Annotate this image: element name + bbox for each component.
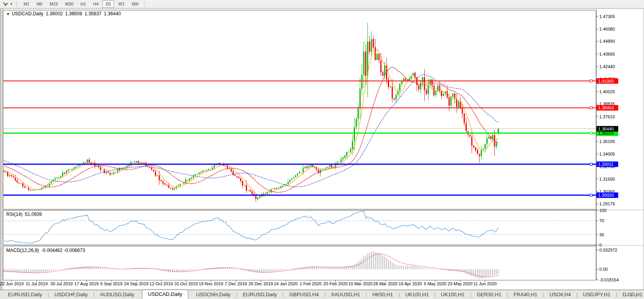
- chart-tab-EURUSD-Daily[interactable]: EURUSD,Daily: [237, 290, 282, 299]
- timeframe-button-H1[interactable]: H1: [77, 0, 89, 8]
- chart-tab-USDJPY-H1[interactable]: USDJPY,H1: [578, 290, 616, 299]
- chart-arrows-glyph: [2, 1, 8, 7]
- chart-tab-AUDUSD-Daily[interactable]: AUDUSD,Daily: [95, 290, 140, 299]
- candle-down: [144, 163, 145, 164]
- candle-down: [473, 146, 474, 148]
- price-axis-label: 1.35195: [599, 139, 615, 144]
- chart-tab-USOil-H4[interactable]: USOil,H4: [544, 290, 576, 299]
- timeframe-button-M5[interactable]: M5: [33, 0, 45, 8]
- ohlc-high: 1.36508: [65, 11, 82, 16]
- candle-up: [9, 175, 10, 176]
- chart-tab-FRA40-H1[interactable]: FRA40,H1: [508, 290, 543, 299]
- chart-arrows-icon[interactable]: [2, 1, 9, 7]
- candle-down: [433, 85, 435, 95]
- candle-down: [251, 192, 253, 194]
- candle-down: [18, 183, 20, 183]
- tab-scroll-left-icon[interactable]: ◄: [629, 294, 635, 297]
- candle-down: [64, 173, 65, 174]
- chart-tab-USDCAD-Daily[interactable]: USDCAD,Daily: [142, 290, 188, 299]
- candle-down: [104, 170, 105, 173]
- candle-down: [155, 172, 156, 176]
- candle-down: [107, 172, 109, 173]
- candle-up: [267, 192, 268, 194]
- hline-price-chip-label: 1.36015: [598, 131, 614, 136]
- candle-up: [272, 188, 273, 189]
- candle-up: [126, 166, 127, 167]
- candle-up: [361, 75, 362, 89]
- candle-down: [151, 168, 152, 170]
- candle-down: [246, 185, 247, 190]
- timeframe-button-D1[interactable]: D1: [102, 0, 114, 8]
- timeframe-button-M30[interactable]: M30: [62, 0, 76, 8]
- chart-tab-UK100-H1[interactable]: UK100,H1: [400, 290, 434, 299]
- hline-handle[interactable]: [590, 80, 592, 82]
- candle-down: [466, 123, 467, 131]
- candle-up: [75, 167, 76, 168]
- hline-handle[interactable]: [590, 163, 592, 165]
- candle-down: [22, 183, 24, 187]
- date-label: 11 Jul 2019: [25, 281, 47, 286]
- candle-down: [32, 190, 33, 190]
- candle-up: [352, 141, 353, 149]
- candle-down: [231, 169, 232, 171]
- candle-up: [356, 119, 357, 127]
- chart-tab-USDCHF-Daily[interactable]: USDCHF,Daily: [49, 290, 93, 299]
- candle-down: [464, 113, 465, 123]
- timeframe-button-W1[interactable]: W1: [115, 0, 128, 8]
- date-label: 5 Sep 2019: [100, 281, 122, 286]
- candle-down: [26, 188, 27, 188]
- chart-tab-GBPUSD-H4[interactable]: GBPUSD,H4: [284, 290, 324, 299]
- candle-down: [238, 177, 239, 178]
- chart-tab-USDCNH-Daily[interactable]: USDCNH,Daily: [191, 290, 236, 299]
- chart-tab-XAUUSD-H1[interactable]: XAUUSD,H1: [326, 290, 366, 299]
- hline-handle[interactable]: [590, 107, 592, 109]
- candle-down: [47, 185, 48, 185]
- candle-down: [15, 178, 16, 181]
- macd-values: -0.004462 -0.006873: [41, 248, 85, 253]
- candle-up: [62, 173, 63, 176]
- date-label: 7 Dec 2019: [225, 281, 247, 286]
- date-label: 1 Feb 2020: [300, 281, 322, 286]
- candle-up: [297, 174, 298, 175]
- candle-down: [242, 181, 243, 185]
- candle-up: [136, 161, 137, 162]
- timeframe-button-M1[interactable]: M1: [20, 0, 33, 8]
- candle-up: [363, 52, 364, 75]
- candle-up: [327, 167, 328, 168]
- tab-scroll-right-icon[interactable]: ►: [635, 294, 641, 297]
- timeframe-button-MN[interactable]: MN: [129, 0, 142, 8]
- ohlc-open: 1.36002: [46, 11, 63, 16]
- date-label: 20 Feb 2020: [324, 281, 348, 286]
- candle-down: [393, 98, 395, 100]
- chart-tab-EURUSD-Daily[interactable]: EURUSD,Daily: [2, 290, 47, 299]
- macd-axis-label: 0.032972: [599, 248, 617, 252]
- candle-down: [210, 169, 211, 170]
- tab-scroll-arrows[interactable]: ◄►: [629, 294, 641, 297]
- candle-up: [278, 188, 279, 188]
- candle-up: [287, 182, 289, 184]
- collapse-arrow-icon[interactable]: ▼: [6, 12, 10, 16]
- candle-up: [56, 178, 58, 179]
- chart-tab-HK50-H1[interactable]: HK50,H1: [367, 290, 398, 299]
- hline-handle[interactable]: [590, 132, 592, 134]
- price-axis-label: 1.42440: [599, 64, 615, 69]
- candle-up: [271, 189, 272, 192]
- candle-down: [415, 73, 416, 78]
- candle-up: [43, 187, 44, 188]
- date-label: 22 Jun 2019: [0, 281, 24, 286]
- price-chart-canvas[interactable]: 1.473051.460801.448901.436651.424401.412…: [0, 8, 644, 290]
- dropdown-caret-icon[interactable]: ▼: [9, 2, 14, 6]
- timeframe-button-M15[interactable]: M15: [46, 0, 61, 8]
- chart-tab-UK100-H1[interactable]: UK100,H1: [435, 290, 470, 299]
- timeframe-button-H4[interactable]: H4: [90, 0, 102, 8]
- date-label: 30 Jul 2019: [51, 281, 73, 286]
- price-axis-label: 1.47305: [599, 14, 615, 19]
- candle-down: [5, 172, 6, 172]
- hline-handle[interactable]: [590, 194, 592, 196]
- candle-up: [214, 165, 215, 168]
- candle-down: [479, 154, 480, 156]
- candle-up: [55, 178, 56, 179]
- date-label: 5 May 2020: [424, 281, 446, 286]
- candle-up: [344, 156, 346, 158]
- chart-tab-GER30-H1[interactable]: GER30,H1: [471, 290, 507, 299]
